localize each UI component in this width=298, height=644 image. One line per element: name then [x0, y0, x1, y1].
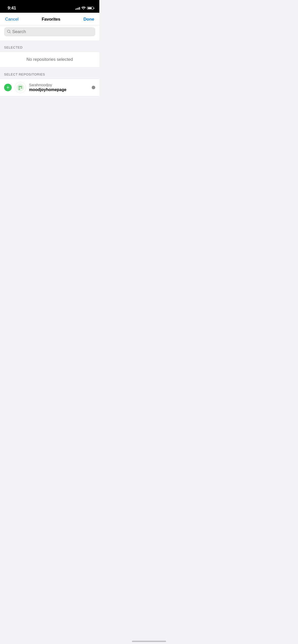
plus-icon: +	[6, 85, 9, 90]
repo-avatar-image	[17, 84, 24, 91]
repo-info: Sarahmoodjoy moodjoyhomepage	[29, 83, 89, 92]
nav-bar: Cancel Favorites Done	[0, 13, 99, 25]
svg-rect-3	[19, 86, 22, 87]
empty-state-text: No repositories selected	[26, 57, 73, 62]
svg-line-1	[10, 32, 10, 33]
repo-avatar	[15, 82, 26, 93]
empty-state: No repositories selected	[0, 52, 99, 67]
search-icon	[7, 30, 11, 34]
repo-status-dot	[92, 86, 95, 89]
section-separator-1	[0, 40, 99, 43]
select-repos-header-label: SELECT REPOSITORIES	[4, 72, 45, 76]
wifi-icon	[82, 7, 86, 10]
status-icons	[75, 7, 94, 10]
done-button[interactable]: Done	[84, 17, 94, 22]
battery-icon	[87, 7, 94, 10]
add-repo-button[interactable]: +	[4, 84, 12, 91]
svg-rect-5	[19, 89, 20, 90]
cancel-button[interactable]: Cancel	[5, 17, 19, 22]
search-container	[0, 25, 99, 40]
svg-point-2	[17, 84, 24, 91]
repo-owner: Sarahmoodjoy	[29, 83, 89, 87]
selected-section-header: SELECTED	[0, 43, 99, 52]
select-repos-section-header: SELECT REPOSITORIES	[0, 70, 99, 79]
section-separator-2	[0, 67, 99, 70]
signal-bars-icon	[75, 7, 80, 10]
repo-name: moodjoyhomepage	[29, 87, 89, 92]
repo-list-item[interactable]: + Sarahmoodjoy moodjoyhomepage	[0, 79, 99, 96]
svg-rect-4	[19, 87, 20, 88]
search-bar[interactable]	[4, 27, 95, 36]
nav-title: Favorites	[42, 17, 60, 22]
status-bar: 9:41	[0, 0, 99, 13]
lower-area	[0, 96, 99, 224]
selected-header-label: SELECTED	[4, 46, 23, 49]
svg-rect-6	[21, 87, 22, 88]
status-time: 9:41	[8, 6, 16, 11]
search-input[interactable]	[12, 29, 92, 34]
